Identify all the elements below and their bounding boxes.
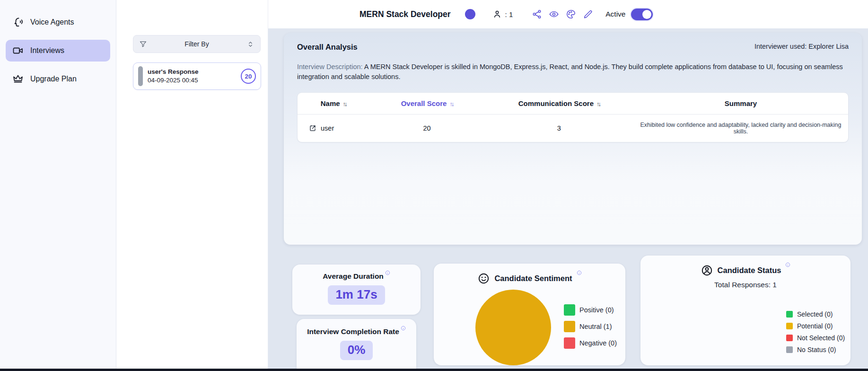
completion-rate-title: Interview Completion Rate bbox=[307, 327, 399, 336]
legend-item-not-selected: Not Selected (0) bbox=[786, 334, 845, 342]
smiley-icon bbox=[477, 272, 490, 285]
sidebar-item-label: Upgrade Plan bbox=[30, 75, 77, 83]
responses-panel: Filter By user's Response 04-09-2025 00:… bbox=[116, 0, 268, 371]
toggle-knob bbox=[642, 10, 651, 19]
sidebar-item-voice-agents[interactable]: Voice Agents bbox=[6, 11, 110, 33]
window-bottom-edge bbox=[0, 369, 868, 371]
funnel-icon bbox=[139, 40, 147, 48]
pencil-icon bbox=[583, 9, 593, 19]
response-info: user's Response 04-09-2025 00:45 bbox=[148, 68, 199, 85]
voice-waves-icon bbox=[12, 17, 24, 28]
interview-dashboard: Voice Agents Interviews Upgrade Plan Fil… bbox=[0, 0, 868, 371]
legend-label: Not Selected (0) bbox=[797, 334, 845, 342]
table-header-row: Name↑↓ Overall Score↑↓ Communication Sco… bbox=[298, 93, 848, 115]
sentiment-legend: Positive (0) Neutral (1) Negative (0) bbox=[564, 304, 617, 349]
candidate-sentiment-title: Candidate Sentiment bbox=[494, 272, 572, 285]
info-icon[interactable] bbox=[401, 326, 406, 331]
legend-item-neutral: Neutral (1) bbox=[564, 321, 617, 332]
completion-rate-value: 0% bbox=[340, 341, 373, 360]
filter-by-dropdown[interactable]: Filter By bbox=[133, 35, 261, 53]
summary-cell: Exhibited low confidence and adaptabilit… bbox=[633, 122, 848, 135]
overall-score-cell: 20 bbox=[369, 124, 484, 132]
active-toggle[interactable] bbox=[631, 9, 653, 20]
average-duration-value: 1m 17s bbox=[328, 285, 385, 305]
response-name: user's Response bbox=[148, 68, 199, 76]
sidebar-item-label: Voice Agents bbox=[30, 18, 74, 26]
interview-description-text: A MERN Stack Developer is skilled in Mon… bbox=[297, 63, 843, 80]
sidebar-item-interviews[interactable]: Interviews bbox=[6, 40, 110, 62]
preview-button[interactable] bbox=[549, 9, 559, 19]
sort-icon: ↑↓ bbox=[596, 100, 600, 107]
sort-icon: ↑↓ bbox=[343, 100, 346, 107]
chevron-up-down-icon bbox=[246, 40, 254, 48]
column-header-name[interactable]: Name↑↓ bbox=[298, 99, 369, 107]
legend-item-positive: Positive (0) bbox=[564, 304, 617, 316]
sidebar: Voice Agents Interviews Upgrade Plan bbox=[0, 0, 116, 371]
completion-rate-card: Interview Completion Rate 0% bbox=[297, 319, 416, 371]
interviewer-used-label: Interviewer used: Explorer Lisa bbox=[754, 43, 849, 50]
legend-label: Selected (0) bbox=[797, 310, 833, 318]
table-row[interactable]: user 20 3 Exhibited low confidence and a… bbox=[298, 115, 848, 142]
column-label: Communication Score bbox=[518, 99, 594, 107]
column-header-overall-score[interactable]: Overall Score↑↓ bbox=[369, 99, 484, 107]
candidate-status-card: Candidate Status Total Responses: 1 Sele… bbox=[640, 256, 850, 365]
page-title: MERN Stack Developer bbox=[359, 9, 451, 19]
interview-description: Interview Description: A MERN Stack Deve… bbox=[297, 62, 848, 82]
legend-color-swatch bbox=[786, 323, 793, 329]
communication-score-cell: 3 bbox=[485, 124, 633, 132]
legend-color-swatch bbox=[786, 346, 793, 353]
sidebar-item-upgrade-plan[interactable]: Upgrade Plan bbox=[6, 68, 110, 90]
column-header-communication-score[interactable]: Communication Score↑↓ bbox=[485, 99, 633, 107]
active-label: Active bbox=[605, 10, 625, 18]
sentiment-pie-chart[interactable] bbox=[475, 290, 551, 365]
candidate-name: user bbox=[321, 124, 334, 132]
edit-button[interactable] bbox=[583, 9, 593, 19]
total-responses: Total Responses: 1 bbox=[640, 281, 850, 289]
external-link-icon[interactable] bbox=[309, 124, 316, 132]
legend-item-potential: Potential (0) bbox=[786, 322, 845, 330]
response-status-bar bbox=[138, 66, 143, 86]
legend-color-swatch bbox=[786, 335, 793, 341]
respondent-count-value: : 1 bbox=[505, 10, 513, 18]
info-icon[interactable] bbox=[785, 262, 790, 267]
legend-item-negative: Negative (0) bbox=[564, 337, 617, 349]
person-icon bbox=[492, 9, 502, 19]
person-circle-icon bbox=[701, 264, 713, 277]
main-header: MERN Stack Developer : 1 bbox=[268, 0, 868, 28]
average-duration-card: Average Duration 1m 17s bbox=[292, 265, 421, 315]
share-button[interactable] bbox=[532, 9, 542, 19]
respondent-count: : 1 bbox=[492, 9, 513, 19]
column-label: Overall Score bbox=[401, 99, 447, 107]
legend-label: Negative (0) bbox=[579, 339, 617, 347]
average-duration-title: Average Duration bbox=[323, 272, 384, 281]
legend-label: Potential (0) bbox=[797, 322, 833, 330]
overall-analysis-title: Overall Analysis bbox=[297, 43, 358, 52]
palette-icon bbox=[566, 9, 576, 19]
sidebar-item-label: Interviews bbox=[30, 46, 64, 55]
candidate-sentiment-card: Candidate Sentiment Positive (0) Neutral… bbox=[434, 264, 625, 365]
crown-icon bbox=[12, 73, 24, 85]
interview-description-label: Interview Description: bbox=[297, 63, 363, 71]
legend-color-swatch bbox=[564, 321, 575, 332]
response-list-item[interactable]: user's Response 04-09-2025 00:45 20 bbox=[133, 62, 261, 90]
share-icon bbox=[532, 9, 542, 19]
legend-color-swatch bbox=[564, 337, 575, 349]
response-score-badge: 20 bbox=[241, 69, 256, 84]
filter-by-label: Filter By bbox=[147, 40, 246, 48]
legend-label: Positive (0) bbox=[579, 306, 614, 314]
info-icon[interactable] bbox=[577, 270, 582, 275]
video-camera-icon bbox=[12, 45, 24, 56]
candidate-name-cell: user bbox=[298, 124, 369, 132]
legend-label: No Status (0) bbox=[797, 346, 836, 353]
legend-item-no-status: No Status (0) bbox=[786, 346, 845, 353]
column-label: Summary bbox=[725, 99, 757, 107]
legend-label: Neutral (1) bbox=[579, 323, 612, 330]
results-table: Name↑↓ Overall Score↑↓ Communication Sco… bbox=[297, 92, 849, 142]
info-icon[interactable] bbox=[385, 270, 390, 275]
eye-icon bbox=[549, 9, 559, 19]
theme-button[interactable] bbox=[566, 9, 576, 19]
overall-analysis-card: Overall Analysis Interviewer used: Explo… bbox=[284, 33, 862, 245]
column-label: Name bbox=[321, 99, 340, 107]
response-datetime: 04-09-2025 00:45 bbox=[148, 76, 199, 85]
interviewer-avatar-dot bbox=[465, 9, 475, 19]
